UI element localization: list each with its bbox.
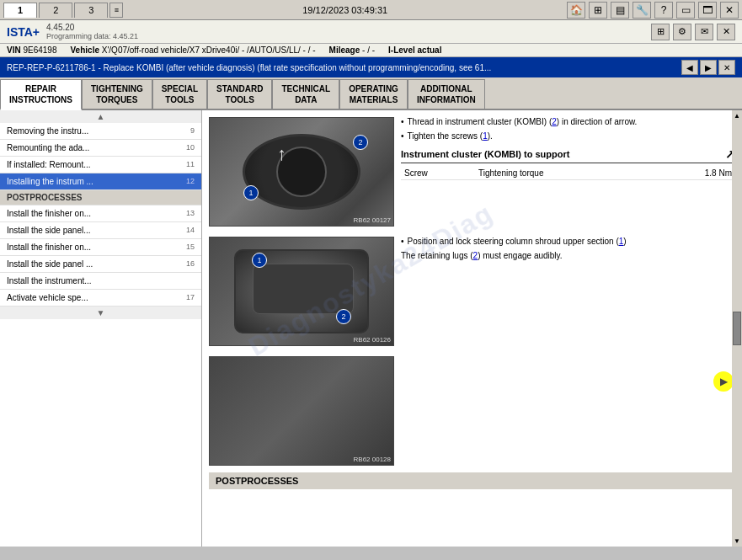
breadcrumb-close[interactable]: ✕ [718, 60, 735, 75]
scroll-down[interactable]: ▼ [0, 307, 201, 319]
panel-icon[interactable]: ▤ [611, 2, 629, 19]
app-mail-icon[interactable]: ✉ [695, 24, 713, 40]
table-header-1: Instrument cluster (KOMBI) to support ↗ [401, 147, 735, 163]
left-item-label: Activate vehicle spe... [7, 293, 88, 302]
content-section-2: 1 2 RB62 00126 • Position and lock steer… [209, 237, 735, 346]
title-bar: 1 2 3 ≡ 19/12/2023 03:49:31 🏠 ⊞ ▤ 🔧 ? ▭ … [0, 0, 742, 20]
app-close-icon[interactable]: ✕ [717, 24, 735, 40]
tab-additional-information[interactable]: ADDITIONALINFORMATION [408, 79, 485, 109]
grid-icon[interactable]: ⊞ [589, 2, 607, 19]
left-item-label: Installing the instrum ... [7, 177, 93, 186]
left-item-instrument[interactable]: Install the instrument... [0, 273, 201, 290]
app-bar-icons: ⊞ ⚙ ✉ ✕ [651, 24, 735, 40]
image-3: RB62 00128 [209, 356, 394, 466]
postprocesses-header: POSTPROCESSES [209, 472, 735, 489]
text-area-3 [401, 356, 735, 466]
minimize-icon[interactable]: ▭ [676, 2, 695, 19]
left-item-10[interactable]: Remounting the ada... 10 [0, 140, 201, 157]
prog-data: Programming data: 4.45.21 [46, 32, 138, 40]
left-item-num: 14 [178, 226, 195, 234]
left-item-label: Install the side panel... [7, 226, 91, 235]
breadcrumb-prev[interactable]: ◀ [681, 60, 698, 75]
left-item-num: 16 [178, 259, 195, 268]
link-1b[interactable]: 1 [619, 237, 624, 246]
left-panel: ▲ Removing the instru... 9 Remounting th… [0, 110, 202, 547]
left-item-num: 17 [178, 293, 195, 301]
tab-standard-tools[interactable]: STANDARDTOOLS [207, 79, 272, 109]
title-tabs: 1 2 3 ≡ [3, 3, 123, 18]
table-header-text: Instrument cluster (KOMBI) to support [401, 149, 569, 159]
app-title: ISTA+ [7, 25, 40, 39]
title-tab-3[interactable]: 3 [74, 3, 108, 18]
left-item-num: 12 [178, 177, 195, 185]
wrench-icon[interactable]: 🔧 [633, 2, 651, 19]
title-tab-2[interactable]: 2 [39, 3, 72, 18]
left-item-12[interactable]: Installing the instrum ... 12 [0, 173, 201, 190]
breadcrumb-text: REP-REP-P-6211786-1 - Replace KOMBI (aft… [7, 63, 681, 72]
title-icons: 🏠 ⊞ ▤ 🔧 ? ▭ 🗖 ✕ [567, 2, 739, 19]
content-section-1: ↑ 2 1 RB62 00127 • Thread in instrument … [209, 117, 735, 227]
breadcrumb-next[interactable]: ▶ [700, 60, 717, 75]
title-tab-1[interactable]: 1 [3, 3, 37, 18]
close-icon[interactable]: ✕ [720, 2, 739, 19]
home-icon[interactable]: 🏠 [567, 2, 585, 19]
app-version: 4.45.20 [46, 23, 138, 32]
left-item-17[interactable]: Activate vehicle spe... 17 [0, 290, 201, 307]
image-label-2: RB62 00126 [354, 336, 391, 344]
left-item-label: Install the instrument... [7, 276, 92, 285]
app-bar: ISTA+ 4.45.20 Programming data: 4.45.21 … [0, 20, 742, 44]
link-2[interactable]: 2 [552, 117, 557, 126]
data-table-1: Screw Tightening torque 1.8 Nm [401, 167, 735, 180]
bullet-3: • Position and lock steering column shro… [401, 237, 735, 246]
content-text-1: • Thread in instrument cluster (KOMBI) (… [401, 117, 735, 227]
left-item-11[interactable]: If installed: Remount... 11 [0, 157, 201, 173]
left-item-9[interactable]: Removing the instru... 9 [0, 123, 201, 140]
left-item-num: 11 [178, 160, 195, 168]
table-row-1: Screw Tightening torque 1.8 Nm [401, 167, 735, 180]
left-item-num: 9 [178, 126, 195, 135]
title-datetime: 19/12/2023 03:49:31 [123, 5, 567, 15]
left-item-num: 10 [178, 143, 195, 152]
table-section-1: Instrument cluster (KOMBI) to support ↗ … [401, 147, 735, 180]
app-settings-icon[interactable]: ⚙ [673, 24, 691, 40]
bullet-4: The retaining lugs (2) must engage audib… [401, 251, 735, 260]
left-item-label: Install the finisher on... [7, 209, 91, 218]
left-item-label: If installed: Remount... [7, 160, 91, 169]
maximize-icon[interactable]: 🗖 [698, 2, 717, 19]
table-cell-type: Tightening torque [475, 167, 652, 180]
ilevel-label: I-Level actual [388, 45, 441, 55]
left-item-num: 15 [178, 243, 195, 251]
app-grid-icon[interactable]: ⊞ [651, 24, 670, 40]
right-panel: ↑ 2 1 RB62 00127 • Thread in instrument … [202, 110, 742, 547]
list-icon[interactable]: ≡ [109, 3, 123, 18]
content-section-3: RB62 00128 [209, 356, 735, 466]
content-text-2: • Position and lock steering column shro… [401, 237, 735, 346]
tab-repair-instructions[interactable]: REPAIRINSTRUCTIONS [0, 79, 82, 110]
left-item-num: 13 [178, 209, 195, 217]
info-bar: VIN 9E64198 Vehicle X'/Q07/off-road vehi… [0, 44, 742, 57]
bullet-1: • Thread in instrument cluster (KOMBI) (… [401, 117, 735, 126]
vehicle-label: Vehicle X'/Q07/off-road vehicle/X7 xDriv… [71, 45, 316, 55]
breadcrumb-bar: REP-REP-P-6211786-1 - Replace KOMBI (aft… [0, 57, 742, 77]
link-2b[interactable]: 2 [473, 251, 478, 260]
tab-special-tools[interactable]: SPECIALTOOLS [152, 79, 207, 109]
link-1[interactable]: 1 [483, 131, 488, 141]
right-scrollbar[interactable]: ▲ ▼ [732, 110, 742, 547]
main-content: REPAIRINSTRUCTIONS TIGHTENINGTORQUES SPE… [0, 77, 742, 547]
help-icon[interactable]: ? [654, 2, 673, 19]
mileage-label: Mileage - / - [329, 45, 375, 55]
tab-tightening-torques[interactable]: TIGHTENINGTORQUES [82, 79, 152, 109]
left-item-14[interactable]: Install the side panel... 14 [0, 222, 201, 239]
image-label-3: RB62 00128 [354, 456, 391, 463]
table-cell-part: Screw [401, 167, 475, 180]
tab-operating-materials[interactable]: OPERATINGMATERIALS [339, 79, 408, 109]
left-item-label: Install the side panel ... [7, 259, 93, 269]
left-item-label: Install the finisher on... [7, 243, 91, 252]
left-item-13[interactable]: Install the finisher on... 13 [0, 205, 201, 222]
left-item-15[interactable]: Install the finisher on... 15 [0, 239, 201, 256]
image-1: ↑ 2 1 RB62 00127 [209, 117, 394, 227]
left-section-postprocesses: POSTPROCESSES [0, 190, 201, 205]
tab-technical-data[interactable]: TECHNICALDATA [272, 79, 339, 109]
left-item-16[interactable]: Install the side panel ... 16 [0, 256, 201, 273]
scroll-up[interactable]: ▲ [0, 110, 201, 123]
